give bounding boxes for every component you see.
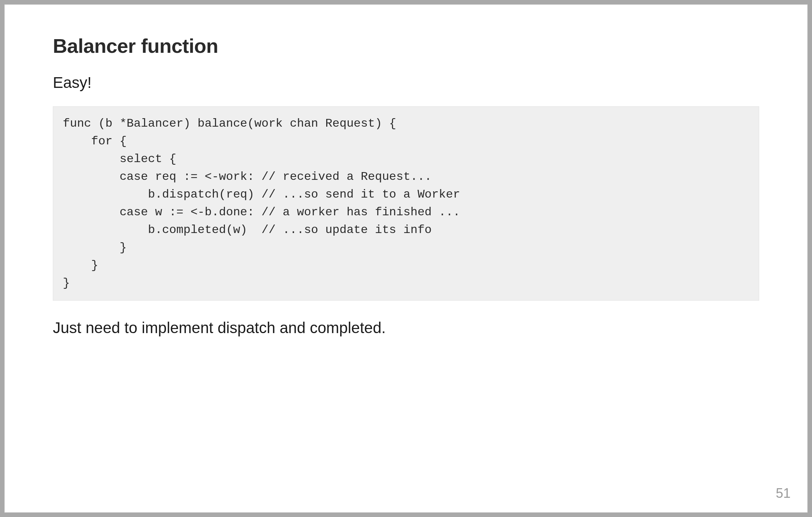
slide-container: Balancer function Easy! func (b *Balance… xyxy=(4,4,808,513)
slide-footer-text: Just need to implement dispatch and comp… xyxy=(53,319,759,337)
slide-title: Balancer function xyxy=(53,34,759,57)
code-block: func (b *Balancer) balance(work chan Req… xyxy=(53,106,759,301)
slide-subtitle: Easy! xyxy=(53,74,759,92)
page-number: 51 xyxy=(776,486,791,501)
